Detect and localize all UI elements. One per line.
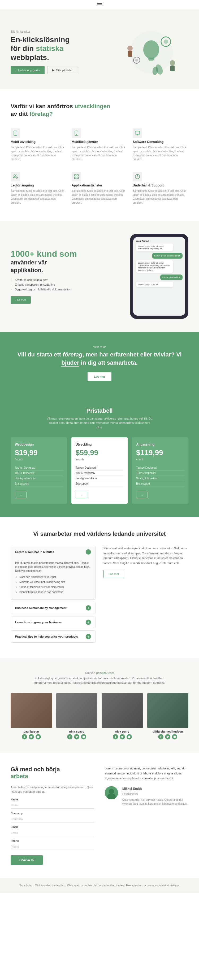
accordion: Create a Webinar in Minutes − Interdum v… — [11, 546, 96, 645]
accordion-header-3[interactable]: Practical tips to help you price your pr… — [11, 631, 95, 643]
instagram-icon-3[interactable] — [172, 734, 177, 740]
svg-point-10 — [170, 60, 175, 65]
hero-title-line3: webbplats. — [11, 53, 49, 62]
team-member-0: paul larson — [11, 693, 52, 740]
feature-title-2: Software Consulting — [133, 140, 188, 144]
video-button[interactable]: ▶ Titta på video — [47, 66, 78, 74]
pricing-header: Pristabell Vill man returnera varan inom… — [11, 407, 188, 430]
facebook-icon-1[interactable] — [67, 734, 72, 740]
hero-section: Bild för framsida En-klickslösning för d… — [0, 10, 199, 89]
company-input[interactable] — [11, 816, 94, 822]
team-member-2: nick perry — [102, 693, 143, 740]
feature-text-1: Sample text. Click to select the text bo… — [72, 145, 127, 161]
mobile-alt-icon — [72, 128, 81, 138]
why-trust-title-start: Varför vi kan anförtros — [11, 103, 75, 110]
accordion-header-2[interactable]: Learn how to grow your business + — [11, 616, 95, 628]
plan-feature-1-3: Bra support — [76, 481, 124, 487]
plan-name-0: Webbdesign — [15, 443, 63, 446]
svg-rect-28 — [37, 736, 39, 738]
svg-rect-9 — [128, 51, 132, 57]
team-member-1: nina scavo — [56, 693, 98, 740]
accordion-list-0: Nam non blandit libero volutpat Molestie… — [15, 575, 91, 594]
team-member-3: giftig sig med hudson — [147, 693, 189, 740]
testimonial-role: Fasalighetsel — [122, 792, 188, 796]
instagram-icon-2[interactable] — [127, 734, 132, 740]
svg-rect-34 — [174, 736, 176, 738]
plan-feature-2-0: Tacken Designad — [136, 465, 184, 471]
twitter-icon-0[interactable] — [29, 734, 34, 740]
accordion-list-item-0-1: Molestie vel vitae metus adipiscing sit … — [19, 580, 91, 584]
who-we-are-title-end: in dig att samarbeta. — [80, 360, 138, 366]
plan-button-0[interactable]: → — [15, 492, 27, 498]
name-input[interactable] — [11, 802, 94, 809]
contact-form-container: Gå med och börja arbeta Amet tellus orci… — [11, 766, 94, 865]
about-section: 1000+ kund som använder vårapplikation. … — [0, 221, 199, 332]
contact-right: Lorem ipsum dolor sit amet, consectetur … — [105, 766, 188, 865]
instagram-icon-1[interactable] — [81, 734, 86, 740]
plan-period-2: /month — [136, 458, 184, 461]
team-title-green: perfekta team — [96, 671, 114, 675]
svg-rect-2 — [148, 57, 154, 60]
about-list-item-0: Kraftfulla och flexibla dem — [11, 278, 119, 282]
plan-feature-2-2: Smidig Interaktion — [136, 476, 184, 481]
university-readmore-button[interactable]: Läs mer — [103, 570, 124, 578]
testimonial-text: Quis verra nibh nisl pulvinar mattis. Or… — [122, 798, 188, 806]
facebook-icon-2[interactable] — [113, 734, 118, 740]
team-grid: paul larson nina scavo nick perry — [11, 693, 188, 740]
why-trust-title-green: utvecklingen — [75, 103, 110, 110]
plan-button-2[interactable]: → — [136, 492, 148, 498]
phone-chat: Lorem ipsum dolor sit amet consectetur a… — [136, 243, 183, 287]
email-input[interactable] — [11, 830, 94, 836]
why-trust-title-end: av ditt — [11, 111, 29, 117]
accordion-icon-1: + — [86, 605, 91, 611]
about-readmore-button[interactable]: Läs mer — [11, 296, 31, 304]
form-group-email: Email — [11, 826, 94, 836]
testimonial: Mikkel Smith Fasalighetsel Quis verra ni… — [105, 786, 188, 805]
twitter-icon-2[interactable] — [119, 734, 125, 740]
submit-button[interactable]: FRÅGA IN — [11, 855, 43, 865]
facebook-icon-3[interactable] — [158, 734, 164, 740]
hamburger-menu[interactable] — [97, 3, 102, 6]
phone-input[interactable] — [11, 843, 94, 850]
who-we-are-title: Vill du starta ett företag, men har erfa… — [11, 351, 188, 367]
hero-illustration — [114, 26, 188, 79]
who-we-are-readmore-button[interactable]: Läs mer — [88, 372, 111, 381]
universities-title: Vi samarbetar med världens ledande unive… — [11, 530, 188, 538]
svg-point-7 — [135, 59, 138, 62]
contact-title: Gå med och börja arbeta — [11, 766, 94, 780]
phone-mockup: Your Friend Lorem ipsum dolor sit amet c… — [130, 234, 188, 319]
plan-feature-1-2: Smidig Interaktion — [76, 476, 124, 481]
footer: Sample text. Click to select the text bo… — [0, 878, 199, 893]
accordion-header-text-3: Practical tips to help you price your pr… — [15, 635, 78, 638]
plan-period-1: /month — [76, 458, 124, 461]
navigation — [0, 0, 199, 10]
member-name-1: nina scavo — [56, 730, 98, 733]
apps-icon — [72, 172, 81, 181]
phone-screen: Your Friend Lorem ipsum dolor sit amet c… — [133, 237, 185, 316]
accordion-header-text-2: Learn how to grow your business — [15, 620, 62, 624]
twitter-icon-1[interactable] — [74, 734, 80, 740]
svg-point-37 — [107, 794, 116, 799]
accordion-header-0[interactable]: Create a Webinar in Minutes − — [11, 546, 95, 558]
testimonial-avatar — [105, 786, 118, 799]
who-we-are-section: Vilka vi är Vill du starta ett företag, … — [0, 332, 199, 394]
company-label: Company — [11, 812, 94, 815]
facebook-icon-0[interactable] — [22, 734, 27, 740]
accordion-list-item-0-2: Purus ut faucibus pulvinar elementum — [19, 585, 91, 589]
upload-button[interactable]: ↑ Ladda upp gratis — [11, 66, 45, 74]
plan-name-2: Anpassning — [136, 443, 184, 446]
instagram-icon-0[interactable] — [35, 734, 41, 740]
about-subtitle-inline: kund som — [37, 249, 77, 259]
plan-button-1[interactable]: → — [76, 492, 87, 498]
plan-features-2: Tacken Designad 100 % responsiv Smidig I… — [136, 465, 184, 487]
svg-point-1 — [143, 40, 159, 59]
twitter-icon-3[interactable] — [165, 734, 170, 740]
member-social-2 — [102, 734, 143, 740]
pricing-card-0: Webbdesign $19,99 /month Tacken Designad… — [11, 438, 67, 504]
accordion-item-1: Business Sustainability Management + — [11, 602, 96, 614]
form-group-name: Name — [11, 798, 94, 809]
accordion-header-1[interactable]: Business Sustainability Management + — [11, 602, 95, 614]
contact-section: Gå med och börja arbeta Amet tellus orci… — [0, 753, 199, 878]
chat-bubble-3: Lorem ipsum dolor. — [160, 275, 183, 280]
chat-bubble-2: Lorem ipsum dolor sit amet consectetur a… — [136, 260, 173, 273]
